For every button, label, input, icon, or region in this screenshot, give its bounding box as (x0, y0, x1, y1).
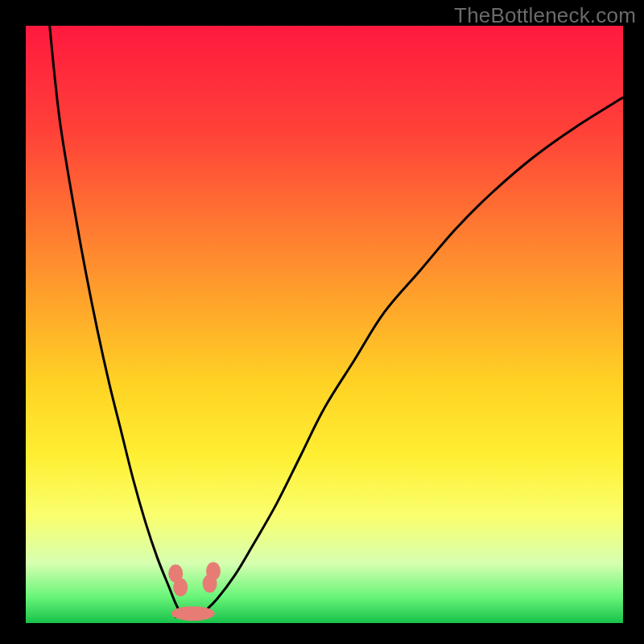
marker-lozenge (171, 606, 215, 621)
marker-dot (173, 578, 188, 597)
plot-background (26, 26, 623, 623)
bottleneck-chart (0, 0, 644, 644)
marker-dot (206, 562, 221, 580)
watermark-text: TheBottleneck.com (454, 3, 636, 28)
chart-container: TheBottleneck.com (0, 0, 644, 644)
